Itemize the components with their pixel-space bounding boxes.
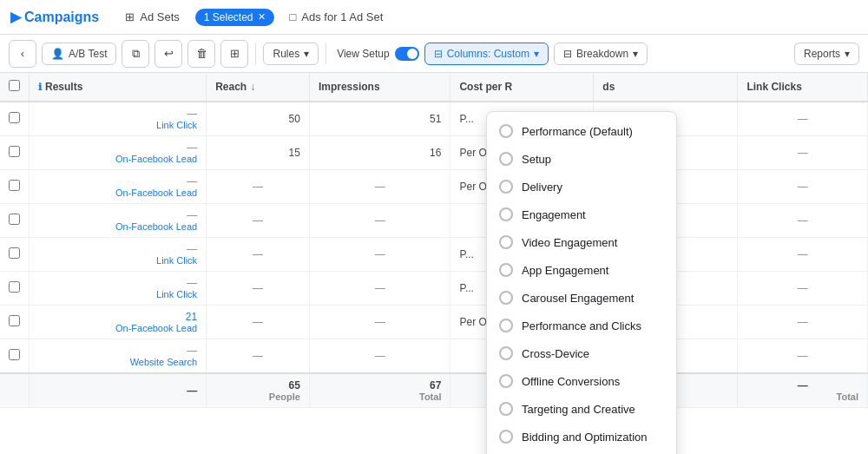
row-4-checkbox[interactable] — [9, 214, 20, 225]
reports-button[interactable]: Reports ▾ — [794, 43, 859, 65]
col-reach-label: Reach — [215, 81, 247, 93]
radio-targeting-and-creative — [499, 402, 513, 416]
ab-test-label: A/B Test — [69, 48, 107, 60]
row-5-result: — Link Click — [30, 238, 207, 272]
tab-ad-sets[interactable]: ⊞ Ad Sets — [113, 5, 192, 29]
dropdown-item-offline-conversions[interactable]: Offline Conversions — [487, 367, 676, 395]
row-3-link-clicks: — — [738, 170, 868, 204]
table-row: — Link Click — — P... Apr 30, 2021 — — [0, 272, 868, 306]
row-6-result: — Link Click — [30, 272, 207, 306]
col-checkbox — [0, 73, 30, 102]
col-impressions[interactable]: Impressions — [309, 73, 450, 102]
row-4-checkbox-cell — [0, 204, 30, 238]
dropdown-item-video-engagement-label: Video Engagement — [522, 236, 617, 249]
dropdown-item-app-engagement[interactable]: App Engagement — [487, 256, 676, 284]
row-5-checkbox[interactable] — [9, 247, 20, 259]
more-icon: ⊞ — [230, 47, 240, 60]
dropdown-item-carousel-engagement[interactable]: Carousel Engagement — [487, 284, 676, 312]
reports-label: Reports — [804, 48, 840, 60]
table-header-row: ℹ Results Reach ↓ Impressions — [0, 73, 868, 102]
row-2-reach: 15 — [207, 136, 310, 170]
row-1-reach: 50 — [207, 102, 310, 136]
breakdown-arrow-icon: ▾ — [633, 48, 638, 60]
more-button[interactable]: ⊞ — [220, 40, 248, 68]
brand-name: Campaigns — [24, 10, 99, 25]
row-1-checkbox-cell — [0, 102, 30, 136]
reach-sort-icon: ↓ — [250, 81, 255, 93]
table-row: — On-Facebook Lead 15 16 Per On-Fac... O… — [0, 136, 868, 170]
table-row: — Website Search — — — Ongoing — — [0, 339, 868, 374]
dropdown-item-setup[interactable]: Setup — [487, 145, 676, 173]
brand-logo[interactable]: ▶ Campaigns — [10, 9, 99, 25]
ad-sets-icon: ⊞ — [125, 10, 135, 23]
row-4-impressions: — — [309, 204, 450, 238]
close-selected-icon[interactable]: ✕ — [258, 11, 266, 23]
dropdown-item-cross-device-label: Cross-Device — [522, 347, 589, 360]
divider-2 — [326, 43, 326, 64]
table-row: — Link Click — — P... May 16, 2021 — — [0, 238, 868, 272]
columns-button[interactable]: ⊟ Columns: Custom ▾ — [424, 43, 549, 65]
total-impressions-sub: Total — [319, 391, 442, 402]
tab-ads-for-set-label: Ads for 1 Ad Set — [301, 10, 383, 23]
divider-1 — [255, 43, 256, 64]
col-cost-per-label: Cost per R — [459, 81, 512, 93]
toolbar: ‹ 👤 A/B Test ⧉ ↩ 🗑 ⊞ Rules ▾ View Setup … — [0, 35, 868, 73]
results-info-icon[interactable]: ℹ — [38, 82, 42, 93]
dropdown-item-messaging-engagement[interactable]: Messaging Engagement — [487, 451, 676, 454]
dropdown-item-delivery[interactable]: Delivery — [487, 173, 676, 201]
view-setup-label: View Setup — [337, 48, 390, 60]
selected-count-label: 1 Selected — [204, 11, 253, 23]
selected-badge[interactable]: 1 Selected ✕ — [195, 9, 274, 26]
row-4-reach: — — [207, 204, 310, 238]
col-reach[interactable]: Reach ↓ — [207, 73, 310, 102]
row-5-impressions: — — [309, 238, 450, 272]
row-3-checkbox-cell — [0, 170, 30, 204]
table-row: 21 On-Facebook Lead — — Per On-Fac... Ma… — [0, 306, 868, 339]
row-7-checkbox[interactable] — [9, 315, 20, 326]
radio-delivery — [499, 180, 513, 194]
ab-test-button[interactable]: 👤 A/B Test — [42, 43, 116, 65]
col-link-clicks[interactable]: Link Clicks — [738, 73, 868, 102]
total-result: — — [30, 373, 207, 408]
row-6-impressions: — — [309, 272, 450, 306]
delete-button[interactable]: 🗑 — [187, 40, 215, 68]
main-table: ℹ Results Reach ↓ Impressions — [0, 73, 868, 408]
columns-dropdown: Performance (Default) Setup Delivery Eng… — [486, 111, 677, 454]
dropdown-item-bidding-and-optimization[interactable]: Bidding and Optimization — [487, 423, 676, 451]
col-cost-per[interactable]: Cost per R — [450, 73, 594, 102]
dropdown-item-performance-default[interactable]: Performance (Default) — [487, 117, 676, 145]
delete-icon: 🗑 — [196, 47, 207, 60]
row-5-link-clicks: — — [738, 238, 868, 272]
radio-cross-device — [499, 346, 513, 360]
dropdown-item-cross-device[interactable]: Cross-Device — [487, 339, 676, 367]
dropdown-item-targeting-and-creative[interactable]: Targeting and Creative — [487, 395, 676, 423]
dropdown-item-performance-and-clicks[interactable]: Performance and Clicks — [487, 312, 676, 339]
row-3-checkbox[interactable] — [9, 180, 20, 191]
copy-button[interactable]: ⧉ — [122, 40, 149, 68]
radio-app-engagement — [499, 263, 513, 277]
row-1-link-clicks: — — [738, 102, 868, 136]
select-all-checkbox[interactable] — [9, 80, 20, 91]
arrow-left-btn[interactable]: ‹ — [9, 40, 36, 68]
row-1-checkbox[interactable] — [9, 112, 20, 123]
view-setup-toggle[interactable] — [395, 47, 419, 61]
breakdown-button[interactable]: ⊟ Breakdown ▾ — [554, 43, 648, 65]
dropdown-item-video-engagement[interactable]: Video Engagement — [487, 228, 676, 256]
total-link-clicks-sub: Total — [746, 391, 858, 402]
dropdown-item-performance-default-label: Performance (Default) — [522, 125, 633, 138]
dropdown-item-engagement[interactable]: Engagement — [487, 201, 676, 228]
undo-button[interactable]: ↩ — [155, 40, 182, 68]
row-8-checkbox[interactable] — [9, 349, 20, 360]
tab-ads-for-set[interactable]: □ Ads for 1 Ad Set — [278, 5, 396, 29]
row-6-checkbox[interactable] — [9, 281, 20, 293]
row-8-link-clicks: — — [738, 339, 868, 374]
radio-video-engagement — [499, 235, 513, 249]
dropdown-item-engagement-label: Engagement — [522, 208, 586, 221]
dropdown-item-bidding-and-optimization-label: Bidding and Optimization — [522, 431, 648, 444]
table-row: — Link Click 50 51 P... Ongoing — — [0, 102, 868, 136]
col-results-label: Results — [45, 81, 82, 93]
rules-button[interactable]: Rules ▾ — [263, 43, 319, 65]
col-5[interactable]: ds — [594, 73, 738, 102]
row-2-checkbox[interactable] — [9, 146, 20, 157]
row-5-checkbox-cell — [0, 238, 30, 272]
